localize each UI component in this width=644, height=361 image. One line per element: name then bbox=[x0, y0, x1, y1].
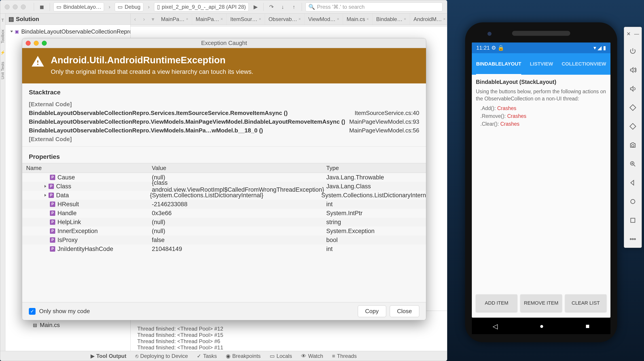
phone-speaker bbox=[512, 31, 570, 36]
tab-nav-back[interactable]: ‹ bbox=[130, 16, 140, 22]
traffic-zoom[interactable] bbox=[21, 4, 26, 10]
nav-recents-icon[interactable]: ■ bbox=[586, 322, 590, 330]
only-my-code-label: Only show my code bbox=[39, 308, 90, 315]
emu-more-icon[interactable] bbox=[628, 235, 637, 244]
property-row[interactable]: P Class{class android.view.ViewRootImpl$… bbox=[22, 182, 426, 191]
run-button[interactable]: ▶ bbox=[251, 3, 260, 11]
editor-tab[interactable]: ItemSour…× bbox=[227, 14, 265, 24]
editor-tab[interactable]: Main.cs× bbox=[343, 14, 372, 24]
step-over-button[interactable]: ↷ bbox=[267, 3, 276, 11]
svg-point-5 bbox=[630, 238, 631, 240]
search-box[interactable]: 🔍 Press '⌘.' to search bbox=[306, 2, 442, 12]
editor-tab[interactable]: AndroidM…× bbox=[410, 14, 447, 24]
emu-close-icon[interactable]: ✕ bbox=[626, 31, 630, 37]
step-into-button[interactable]: ↓ bbox=[278, 3, 287, 11]
property-row[interactable]: P Handle0x3e66System.IntPtr bbox=[22, 209, 426, 218]
nav-back-icon[interactable]: ◁ bbox=[492, 322, 498, 330]
clear-list-button[interactable]: CLEAR LIST bbox=[565, 294, 606, 312]
emu-rotate-right-icon[interactable] bbox=[628, 122, 637, 131]
tree-item[interactable]: ▤Main.cs bbox=[5, 320, 130, 330]
status-icons: ▾ ◢ ▮ bbox=[594, 45, 606, 51]
svg-point-7 bbox=[634, 238, 636, 240]
tab-strip: ‹ › ▾ MainPa…×MainPa…×ItemSour…×Observab… bbox=[130, 14, 447, 25]
solution-root[interactable]: ▣ BindableLayoutObservableCollectionRepr… bbox=[5, 26, 130, 36]
status-tasks[interactable]: ✓ Tasks bbox=[197, 353, 217, 359]
stacktrace-list[interactable]: [External Code]BindableLayoutObservableC… bbox=[29, 100, 419, 144]
traffic-minimize[interactable] bbox=[13, 4, 18, 10]
stack-frame[interactable]: BindableLayoutObservableCollectionRepro.… bbox=[29, 118, 419, 126]
status-threads[interactable]: ≡ Threads bbox=[332, 353, 357, 359]
editor-tab[interactable]: Bindable…× bbox=[372, 14, 410, 24]
nav-home-icon[interactable]: ● bbox=[540, 322, 544, 330]
exception-message: Only the original thread that created a … bbox=[51, 68, 253, 76]
breadcrumb-project[interactable]: ▭ BindableLayo… bbox=[54, 2, 104, 12]
tab-overflow[interactable]: ▾ bbox=[148, 16, 158, 22]
property-row[interactable]: P JniIdentityHashCode210484149int bbox=[22, 244, 426, 254]
status-tool-output[interactable]: ▶ Tool Output bbox=[90, 353, 126, 359]
editor-tab[interactable]: MainPa…× bbox=[192, 14, 227, 24]
dialog-titlebar[interactable]: Exception Caught bbox=[22, 38, 426, 48]
editor-tab[interactable]: MainPa…× bbox=[158, 14, 192, 24]
property-row[interactable]: P InnerException(null)System.Exception bbox=[22, 226, 426, 236]
status-watch[interactable]: 👁 Watch bbox=[301, 353, 323, 359]
breadcrumb-config[interactable]: ▭ Debug bbox=[115, 2, 143, 12]
app-tab-bindablelayout[interactable]: BINDABLELAYOUT bbox=[476, 53, 521, 75]
status-breakpoints[interactable]: ◉ Breakpoints bbox=[226, 353, 261, 359]
emu-volume-up-icon[interactable] bbox=[628, 66, 637, 74]
phone-screen[interactable]: 11:21 ⚙ 🔒 ▾ ◢ ▮ BINDABLELAYOUT LISTVIEW … bbox=[472, 42, 610, 318]
emu-overview-icon[interactable] bbox=[628, 216, 637, 225]
stack-frame[interactable]: [External Code] bbox=[29, 135, 419, 144]
properties-header-row: Name Value Type bbox=[22, 163, 426, 173]
app-tab-listview[interactable]: LISTVIEW bbox=[530, 61, 553, 67]
step-out-button[interactable]: ↑ bbox=[290, 3, 298, 11]
app-tab-collectionview[interactable]: COLLECTIONVIEW bbox=[562, 61, 606, 67]
property-row[interactable]: P HResult-2146233088int bbox=[22, 200, 426, 209]
copy-button[interactable]: Copy bbox=[358, 305, 386, 317]
toolbox-tab-icon[interactable]: T bbox=[2, 18, 4, 23]
dialog-zoom-icon[interactable] bbox=[42, 41, 47, 46]
emu-volume-down-icon[interactable] bbox=[628, 84, 637, 93]
col-header-name[interactable]: Name bbox=[22, 164, 152, 172]
app-tab-bar: BINDABLELAYOUT LISTVIEW COLLECTIONVIEW bbox=[472, 53, 610, 75]
emu-power-icon[interactable] bbox=[628, 47, 637, 56]
properties-heading: Properties bbox=[22, 146, 426, 163]
unit-tests-tab-icon[interactable]: ⚡ bbox=[0, 50, 5, 55]
dialog-close-icon[interactable] bbox=[26, 41, 31, 46]
only-my-code-checkbox[interactable]: ✓ bbox=[29, 308, 36, 315]
emu-home-icon[interactable] bbox=[628, 197, 637, 206]
close-button[interactable]: Close bbox=[390, 305, 419, 317]
stack-frame[interactable]: BindableLayoutObservableCollectionRepro.… bbox=[29, 109, 419, 118]
breadcrumb-device[interactable]: ▯ pixel_2_pie_9_0_-_api_28 (API 28) bbox=[154, 2, 249, 12]
unit-tests-tab[interactable]: Unit Tests bbox=[0, 62, 5, 80]
app-button-row: ADD ITEM REMOVE ITEM CLEAR LIST bbox=[476, 292, 606, 314]
stop-debug-button[interactable]: ◼ bbox=[38, 3, 46, 11]
emu-rotate-left-icon[interactable] bbox=[628, 103, 637, 112]
editor-tab[interactable]: Observab…× bbox=[265, 14, 305, 24]
editor-tab[interactable]: ViewMod…× bbox=[304, 14, 343, 24]
exception-name: Android.Util.AndroidRuntimeException bbox=[51, 55, 253, 66]
properties-table[interactable]: P Cause(null)Java.Lang.ThrowableP Class{… bbox=[22, 173, 426, 302]
emu-minimize-icon[interactable]: — bbox=[634, 31, 639, 37]
emu-zoom-icon[interactable] bbox=[628, 160, 637, 168]
property-row[interactable]: P IsProxyfalsebool bbox=[22, 236, 426, 244]
tab-nav-fwd[interactable]: › bbox=[140, 16, 148, 22]
status-deploying[interactable]: ⎋ Deploying to Device bbox=[135, 353, 188, 359]
toolbox-tab[interactable]: Toolbox bbox=[0, 30, 5, 44]
solution-icon: ▤ bbox=[8, 16, 14, 22]
col-header-value[interactable]: Value bbox=[152, 164, 326, 172]
status-locals[interactable]: ▭ Locals bbox=[270, 353, 292, 359]
col-header-type[interactable]: Type bbox=[326, 164, 426, 172]
emu-screenshot-icon[interactable] bbox=[628, 141, 637, 150]
phone-frame: 11:21 ⚙ 🔒 ▾ ◢ ▮ BINDABLELAYOUT LISTVIEW … bbox=[465, 22, 617, 342]
stack-frame[interactable]: [External Code] bbox=[29, 100, 419, 109]
emu-back-icon[interactable] bbox=[628, 178, 637, 187]
dialog-minimize-icon[interactable] bbox=[34, 41, 39, 46]
property-row[interactable]: P HelpLink(null)string bbox=[22, 218, 426, 226]
solution-header: ▤ Solution bbox=[5, 14, 130, 25]
property-row[interactable]: P Data{System.Collections.ListDictionary… bbox=[22, 191, 426, 200]
remove-item-button[interactable]: REMOVE ITEM bbox=[520, 294, 562, 312]
crash-item: .Remove(): Crashes bbox=[476, 113, 606, 119]
add-item-button[interactable]: ADD ITEM bbox=[476, 294, 517, 312]
traffic-close[interactable] bbox=[5, 4, 10, 10]
stack-frame[interactable]: BindableLayoutObservableCollectionRepro.… bbox=[29, 126, 419, 135]
